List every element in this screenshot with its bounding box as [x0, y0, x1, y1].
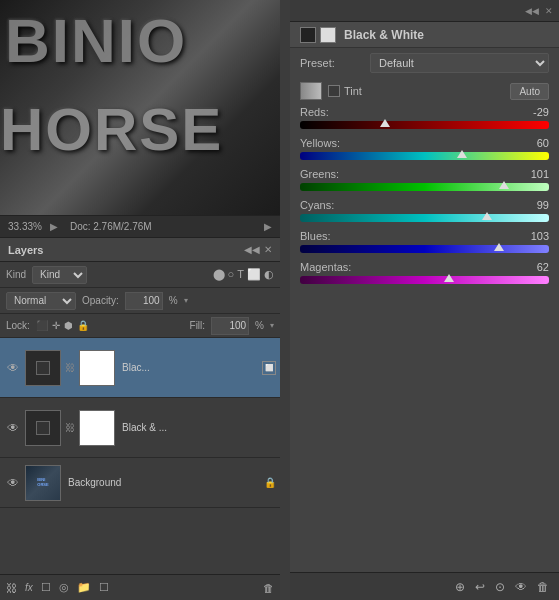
preset-row: Preset: Default	[290, 48, 559, 78]
layers-toolbar2: Normal Opacity: % ▾	[0, 288, 280, 314]
canvas-image: BINIO HORSE	[0, 0, 280, 228]
prop-header-bar: ◀◀ ✕	[290, 0, 559, 22]
adjustment-icon[interactable]: ○	[228, 268, 235, 281]
reds-slider-row: Reds: -29	[290, 104, 559, 135]
link-icon-1: ⛓	[64, 362, 76, 373]
auto-button[interactable]: Auto	[510, 83, 549, 100]
yellows-slider[interactable]	[300, 152, 549, 160]
yellows-label: Yellows:	[300, 137, 340, 149]
new-layer-icon[interactable]: ☐	[99, 581, 109, 594]
statusbar-arrow: ▶	[50, 221, 58, 232]
layer-row-1[interactable]: 👁 ⛓ Blac... ⬜	[0, 338, 280, 398]
link-icon-2: ⛓	[64, 422, 76, 433]
cyans-slider[interactable]	[300, 214, 549, 222]
fill-pct: %	[255, 320, 264, 331]
lock-pixel-icon[interactable]: ⬛	[36, 320, 48, 331]
delete-layer-icon[interactable]: 🗑	[263, 582, 274, 594]
add-mask-icon[interactable]: ☐	[41, 581, 51, 594]
visibility-icon-2[interactable]: 👁	[4, 419, 22, 437]
visibility-icon-bg[interactable]: 👁	[4, 474, 22, 492]
properties-bottom-toolbar: ⊕ ↩ ⊙ 👁 🗑	[290, 572, 559, 600]
tint-label: Tint	[344, 85, 362, 97]
new-fill-icon[interactable]: ◎	[59, 581, 69, 594]
cyans-thumb[interactable]	[482, 212, 492, 220]
prop-add-icon[interactable]: ⊕	[455, 580, 465, 594]
canvas-text-overlay: BINIO HORSE	[0, 0, 280, 228]
layer-thumb-2a	[25, 410, 61, 446]
blues-thumb[interactable]	[494, 243, 504, 251]
prop-icon-white[interactable]	[320, 27, 336, 43]
tint-checkbox[interactable]	[328, 85, 340, 97]
prop-panel-title: Black & White	[344, 28, 424, 42]
layer-row-2[interactable]: 👁 ⛓ Black & ...	[0, 398, 280, 458]
cyans-slider-row: Cyans: 99	[290, 197, 559, 228]
greens-thumb[interactable]	[499, 181, 509, 189]
panel-close-icon[interactable]: ✕	[264, 244, 272, 255]
layer-row-background[interactable]: 👁 BINIORSE Background 🔒	[0, 458, 280, 508]
layer-thumb-bg: BINIORSE	[25, 465, 61, 501]
layers-bottom-toolbar: ⛓ fx ☐ ◎ 📁 ☐ 🗑	[0, 574, 280, 600]
properties-panel: ◀◀ ✕ Black & White Preset: Default Tint …	[290, 0, 559, 600]
layer-thumb-1b	[79, 350, 115, 386]
preset-dropdown[interactable]: Default	[370, 53, 549, 73]
panel-controls-right: ◀◀ ✕	[244, 244, 272, 255]
fill-input[interactable]	[211, 317, 249, 335]
link-layers-icon[interactable]: ⛓	[6, 582, 17, 594]
preset-label: Preset:	[300, 57, 370, 69]
fill-label: Fill:	[190, 320, 206, 331]
canvas-area: BINIO HORSE	[0, 0, 280, 228]
blend-mode-dropdown[interactable]: Normal	[6, 292, 76, 310]
blues-label: Blues:	[300, 230, 331, 242]
type-icon[interactable]: T	[237, 268, 244, 281]
yellows-slider-row: Yellows: 60	[290, 135, 559, 166]
prop-delete-icon[interactable]: 🗑	[537, 580, 549, 594]
opacity-dropdown-arrow[interactable]: ▾	[184, 296, 188, 305]
greens-label: Greens:	[300, 168, 339, 180]
lock-all-icon[interactable]: 🔒	[77, 320, 89, 331]
visibility-icon-1[interactable]: 👁	[4, 359, 22, 377]
layer-name-bg: Background	[64, 477, 262, 488]
prop-collapse-icon[interactable]: ◀◀	[525, 6, 539, 16]
panel-collapse-icon[interactable]: ◀◀	[244, 244, 260, 255]
greens-slider[interactable]	[300, 183, 549, 191]
layer-thumb-1a	[25, 350, 61, 386]
lock-artboard-icon[interactable]: ⬢	[64, 320, 73, 331]
opacity-input[interactable]	[125, 292, 163, 310]
yellows-thumb[interactable]	[457, 150, 467, 158]
canvas-binio-text: BINIO	[5, 10, 187, 72]
reds-value: -29	[519, 106, 549, 118]
layers-panel: Layers ◀◀ ✕ Kind Kind ⬤ ○ T ⬜ ◐ Normal O…	[0, 237, 280, 600]
lock-move-icon[interactable]: ✛	[52, 320, 60, 331]
new-group-icon[interactable]: 📁	[77, 581, 91, 594]
layer-name-2: Black & ...	[118, 422, 276, 433]
prop-clip-icon[interactable]: ⊙	[495, 580, 505, 594]
greens-value: 101	[519, 168, 549, 180]
layers-panel-title: Layers	[8, 244, 43, 256]
zoom-level: 33.33%	[8, 221, 42, 232]
blues-slider[interactable]	[300, 245, 549, 253]
layers-toolbar1: Kind Kind ⬤ ○ T ⬜ ◐	[0, 262, 280, 288]
magentas-slider[interactable]	[300, 276, 549, 284]
prop-visibility-icon[interactable]: 👁	[515, 580, 527, 594]
fx-icon[interactable]: fx	[25, 582, 33, 593]
layers-toolbar3: Lock: ⬛ ✛ ⬢ 🔒 Fill: % ▾	[0, 314, 280, 338]
tint-color-icon[interactable]	[300, 82, 322, 100]
greens-slider-row: Greens: 101	[290, 166, 559, 197]
reds-thumb[interactable]	[380, 119, 390, 127]
fill-dropdown-arrow[interactable]: ▾	[270, 321, 274, 330]
reds-slider[interactable]	[300, 121, 549, 129]
prop-reset-icon[interactable]: ↩	[475, 580, 485, 594]
kind-dropdown[interactable]: Kind	[32, 266, 87, 284]
canvas-horse-text: HORSE	[0, 100, 223, 160]
shape-icon[interactable]: ⬜	[247, 268, 261, 281]
smart-icon[interactable]: ◐	[264, 268, 274, 281]
statusbar-play-btn[interactable]: ▶	[264, 221, 272, 232]
yellows-value: 60	[519, 137, 549, 149]
layer-name-1: Blac...	[118, 362, 262, 373]
blues-value: 103	[519, 230, 549, 242]
prop-close-icon[interactable]: ✕	[545, 6, 553, 16]
prop-icon-black[interactable]	[300, 27, 316, 43]
pixel-icon[interactable]: ⬤	[213, 268, 225, 281]
magentas-thumb[interactable]	[444, 274, 454, 282]
doc-info: Doc: 2.76M/2.76M	[70, 221, 152, 232]
